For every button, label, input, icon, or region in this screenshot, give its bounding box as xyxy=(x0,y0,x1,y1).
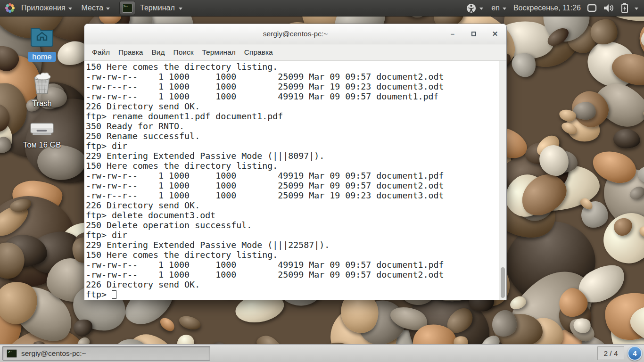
minimize-button[interactable]: – xyxy=(449,30,456,38)
taskbar-window-button[interactable]: >- sergiy@centos-pc:~ xyxy=(2,346,210,361)
active-app-menu[interactable]: >- Терминал xyxy=(116,0,186,16)
terminal-window: sergiy@centos-pc:~ – ✕ Файл Правка Вид П… xyxy=(84,24,507,300)
language-label: en xyxy=(491,4,500,12)
close-button[interactable]: ✕ xyxy=(491,30,499,38)
home-folder-icon xyxy=(30,25,54,50)
menu-search[interactable]: Поиск xyxy=(169,44,198,60)
disk-drive-icon xyxy=(30,122,54,139)
terminal-cursor xyxy=(112,290,116,299)
places-menu[interactable]: Места xyxy=(78,0,113,16)
terminal-menubar: Файл Правка Вид Поиск Терминал Справка xyxy=(84,44,506,61)
window-titlebar[interactable]: sergiy@centos-pc:~ – ✕ xyxy=(84,24,506,44)
scrollbar-thumb[interactable] xyxy=(501,267,505,298)
terminal-scrollbar[interactable] xyxy=(499,61,506,300)
volume-icon[interactable] xyxy=(603,3,615,13)
taskbar-window-label: sergiy@centos-pc:~ xyxy=(21,349,86,358)
menu-edit[interactable]: Правка xyxy=(114,44,147,60)
active-app-menu-label: Терминал xyxy=(140,4,175,12)
terminal-glyph-icon: >- xyxy=(7,349,17,358)
language-indicator[interactable]: en xyxy=(490,0,507,16)
applications-menu-label: Приложения xyxy=(21,4,66,12)
workspace-indicator[interactable]: 2 / 4 xyxy=(597,346,624,360)
applications-logo-icon xyxy=(5,3,15,13)
workspace-badge[interactable]: 4 xyxy=(627,346,642,361)
menu-file[interactable]: Файл xyxy=(88,44,114,60)
chevron-down-icon xyxy=(179,8,182,10)
accessibility-icon xyxy=(466,3,477,14)
applications-menu[interactable]: Приложения xyxy=(18,0,75,16)
places-menu-label: Места xyxy=(82,4,103,12)
terminal-content[interactable]: 150 Here comes the directory listing. -r… xyxy=(84,61,506,300)
desktop-icon-label: Trash xyxy=(32,99,52,108)
clock[interactable]: Воскресенье, 11:26 xyxy=(513,4,581,12)
desktop-icon-volume[interactable]: Том 16 GB xyxy=(16,122,68,149)
menu-view[interactable]: Вид xyxy=(147,44,169,60)
chevron-down-icon xyxy=(503,8,506,10)
terminal-app-icon: >- xyxy=(119,1,135,15)
desktop-icon-trash[interactable]: Trash xyxy=(16,72,68,108)
terminal-output: 150 Here comes the directory listing. -r… xyxy=(84,61,506,289)
chevron-down-icon xyxy=(479,8,483,10)
window-title: sergiy@centos-pc:~ xyxy=(263,30,328,38)
menu-help[interactable]: Справка xyxy=(240,44,277,60)
bottom-taskbar: >- sergiy@centos-pc:~ 2 / 4 4 xyxy=(0,344,644,362)
maximize-button[interactable] xyxy=(470,30,478,38)
maximize-icon xyxy=(471,32,476,36)
accessibility-menu[interactable] xyxy=(465,0,484,16)
chevron-down-icon xyxy=(106,8,110,10)
display-icon[interactable] xyxy=(587,4,597,12)
battery-icon[interactable] xyxy=(621,3,628,13)
chevron-down-icon xyxy=(68,8,72,10)
desktop-icon-label: Том 16 GB xyxy=(23,140,61,149)
chevron-down-icon[interactable] xyxy=(635,8,638,10)
terminal-prompt-row: ftp> xyxy=(84,289,506,299)
terminal-glyph-icon: >- xyxy=(122,4,132,13)
desktop-icon-label: home xyxy=(28,52,56,62)
trash-icon xyxy=(32,72,52,97)
terminal-prompt: ftp> xyxy=(86,289,112,299)
menu-terminal[interactable]: Терминал xyxy=(198,44,239,60)
desktop-icon-home[interactable]: home xyxy=(16,25,68,62)
top-panel: Приложения Места >- Терминал xyxy=(0,0,644,16)
